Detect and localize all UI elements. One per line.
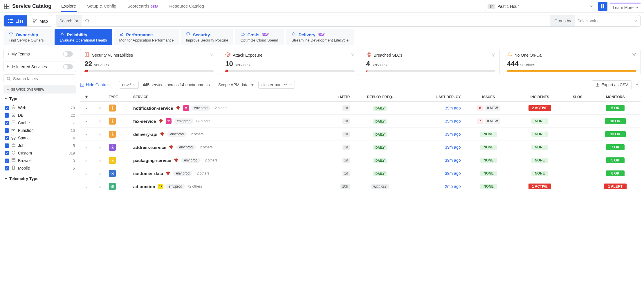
last-deploy[interactable]: 2mo ago bbox=[445, 184, 461, 189]
lens-security[interactable]: SecurityImprove Security Posture bbox=[181, 29, 233, 45]
export-csv-button[interactable]: Export as CSV bbox=[592, 80, 632, 89]
monitors-badge[interactable]: 13 OK bbox=[605, 131, 626, 137]
col-icon[interactable] bbox=[93, 93, 107, 102]
last-deploy[interactable]: 39m ago bbox=[445, 145, 461, 150]
table-row[interactable]: ▸☆packaging-serviceenv:prod+2 others1dDA… bbox=[80, 154, 641, 167]
expand-icon[interactable]: ▸ bbox=[86, 185, 87, 188]
timeframe-selector[interactable]: 1h Past 1 Hour bbox=[485, 2, 595, 11]
env-tag[interactable]: env:prod bbox=[166, 184, 185, 189]
list-view-button[interactable]: List bbox=[4, 15, 27, 26]
last-deploy[interactable]: 39m ago bbox=[445, 119, 461, 123]
facet-type-spark[interactable]: ✓Spark4 bbox=[3, 134, 76, 142]
expand-icon[interactable]: ▸ bbox=[86, 107, 87, 110]
star-icon[interactable]: ☆ bbox=[98, 145, 102, 150]
incidents-badge[interactable]: NONE bbox=[531, 132, 549, 137]
facet-type-web[interactable]: ✓Web70 bbox=[3, 104, 76, 112]
star-icon[interactable]: ☆ bbox=[98, 158, 102, 163]
hide-inferred-toggle[interactable]: Hide Inferred Services bbox=[3, 62, 76, 72]
star-icon[interactable]: ☆ bbox=[98, 132, 102, 136]
col-deploy-freq-[interactable]: DEPLOY FREQ. bbox=[351, 93, 408, 102]
hide-controls-link[interactable]: Hide Controls bbox=[80, 82, 111, 87]
env-tag[interactable]: env:prod bbox=[176, 145, 196, 150]
monitors-badge[interactable]: 5 OK bbox=[606, 105, 625, 111]
expand-icon[interactable]: ▸ bbox=[86, 159, 87, 162]
table-row[interactable]: ▸☆customer-dataenv:prod+2 others1dDAILY3… bbox=[80, 167, 641, 180]
col-slos[interactable]: SLOS bbox=[565, 93, 590, 102]
expand-icon[interactable]: ▸ bbox=[86, 133, 87, 136]
monitors-badge[interactable]: 1 ALERT bbox=[604, 184, 627, 189]
checkbox-icon[interactable]: ✓ bbox=[5, 159, 9, 163]
facet-type-db[interactable]: ✓DB22 bbox=[3, 112, 76, 119]
facet-type-custom[interactable]: ✓Custom319 bbox=[3, 149, 76, 157]
star-icon[interactable]: ☆ bbox=[98, 184, 102, 189]
checkbox-icon[interactable]: ✓ bbox=[5, 151, 9, 155]
lens-performance[interactable]: PerformanceMonitor Application Performan… bbox=[114, 29, 179, 45]
checkbox-icon[interactable]: ✓ bbox=[5, 128, 9, 133]
star-icon[interactable]: ☆ bbox=[98, 119, 102, 123]
checkbox-icon[interactable]: ✓ bbox=[5, 136, 9, 140]
env-tag[interactable]: env:prod bbox=[167, 132, 187, 137]
others-link[interactable]: +2 others bbox=[198, 145, 212, 149]
col-issues[interactable]: ISSUES bbox=[462, 93, 515, 102]
topnav-item-setup-config[interactable]: Setup & Config bbox=[86, 1, 117, 12]
incidents-badge[interactable]: 1 ACTIVE bbox=[528, 184, 551, 189]
col-last-deploy[interactable]: LAST DEPLOY bbox=[408, 93, 462, 102]
env-tag[interactable]: env:prod bbox=[174, 118, 193, 124]
facet-type-browser[interactable]: ✓Browser3 bbox=[3, 157, 76, 164]
card-no-one-on-call[interactable]: No One On-Call444services bbox=[503, 49, 641, 75]
last-deploy[interactable]: 39m ago bbox=[445, 132, 461, 136]
facet-type-mobile[interactable]: ✓Mobile5 bbox=[3, 164, 76, 172]
lens-reliability[interactable]: ReliabilityEvaluate Operational Health bbox=[55, 29, 112, 45]
facet-search[interactable] bbox=[3, 74, 76, 83]
env-tag[interactable]: env:prod bbox=[173, 171, 192, 176]
topnav-item-scorecards[interactable]: ScorecardsBETA bbox=[127, 1, 159, 12]
col-mttr[interactable]: ↓ MTTR bbox=[321, 93, 351, 102]
service-name[interactable]: address-service bbox=[133, 145, 166, 150]
table-row[interactable]: ▸☆delivery-apienv:prod+2 others1dDAILY39… bbox=[80, 128, 641, 141]
checkbox-icon[interactable]: ✓ bbox=[5, 113, 9, 118]
col-incidents[interactable]: INCIDENTS bbox=[515, 93, 565, 102]
monitors-badge[interactable]: 6 OK bbox=[606, 170, 625, 176]
card-breached-slos[interactable]: Breached SLOs4services bbox=[362, 49, 500, 75]
others-link[interactable]: +2 others bbox=[187, 184, 202, 188]
others-link[interactable]: +2 others bbox=[195, 171, 209, 175]
toggle-icon[interactable] bbox=[63, 51, 73, 57]
expand-icon[interactable]: ▸ bbox=[86, 172, 87, 175]
facet-type-job[interactable]: ✓Job5 bbox=[3, 142, 76, 149]
table-row[interactable]: ▸☆ad-auctionJSenv:prod+2 others10hWEEKLY… bbox=[80, 180, 641, 193]
filter-icon[interactable] bbox=[491, 53, 495, 57]
lens-delivery[interactable]: DeliveryNEWStreamline Development Lifecy… bbox=[286, 29, 354, 45]
others-link[interactable]: +2 others bbox=[189, 132, 203, 136]
map-view-button[interactable]: Map bbox=[27, 15, 52, 26]
groupby-select[interactable]: Select value bbox=[575, 19, 640, 23]
monitors-badge[interactable]: 10 OK bbox=[605, 118, 626, 124]
monitors-badge[interactable]: 7 OK bbox=[606, 144, 625, 150]
col-type[interactable]: TYPE bbox=[107, 93, 131, 102]
lens-costs[interactable]: CostsNEWOptimize Cloud Spend bbox=[235, 29, 284, 45]
col-service[interactable]: SERVICE bbox=[131, 93, 321, 102]
others-link[interactable]: +2 others bbox=[203, 158, 217, 162]
checkbox-icon[interactable]: ✓ bbox=[5, 143, 9, 148]
checkbox-icon[interactable]: ✓ bbox=[5, 166, 9, 170]
facet-search-input[interactable] bbox=[13, 76, 73, 81]
service-name[interactable]: ad-auction bbox=[133, 184, 155, 189]
star-icon[interactable]: ☆ bbox=[98, 171, 102, 176]
incidents-badge[interactable]: NONE bbox=[531, 145, 549, 150]
expand-icon[interactable]: ▸ bbox=[86, 120, 87, 123]
table-row[interactable]: ▸☆fax-serviceenv:prod+2 others1dDAILY39m… bbox=[80, 115, 641, 128]
lens-ownership[interactable]: OwnershipFind Service Owners bbox=[3, 29, 53, 45]
facet-group-header[interactable]: SERVICE OVERVIEW bbox=[3, 85, 76, 94]
cluster-filter[interactable]: cluster-name:* bbox=[258, 81, 295, 89]
incidents-badge[interactable]: 2 ACTIVE bbox=[528, 105, 551, 111]
incidents-badge[interactable]: NONE bbox=[531, 171, 549, 176]
learn-more-link[interactable]: Learn More bbox=[610, 3, 641, 10]
service-name[interactable]: fax-service bbox=[133, 119, 156, 124]
my-teams-toggle[interactable]: My Teams bbox=[3, 49, 76, 59]
last-deploy[interactable]: 39m ago bbox=[445, 171, 461, 176]
service-name[interactable]: packaging-service bbox=[133, 158, 171, 163]
env-tag[interactable]: env:prod bbox=[181, 158, 201, 163]
card-security-vulnerabilities[interactable]: Security Vulnerabilities22services bbox=[80, 49, 218, 75]
last-deploy[interactable]: 39m ago bbox=[445, 106, 461, 110]
env-filter[interactable]: env:* bbox=[119, 81, 139, 89]
card-attack-exposure[interactable]: Attack Exposure10services bbox=[221, 49, 359, 75]
